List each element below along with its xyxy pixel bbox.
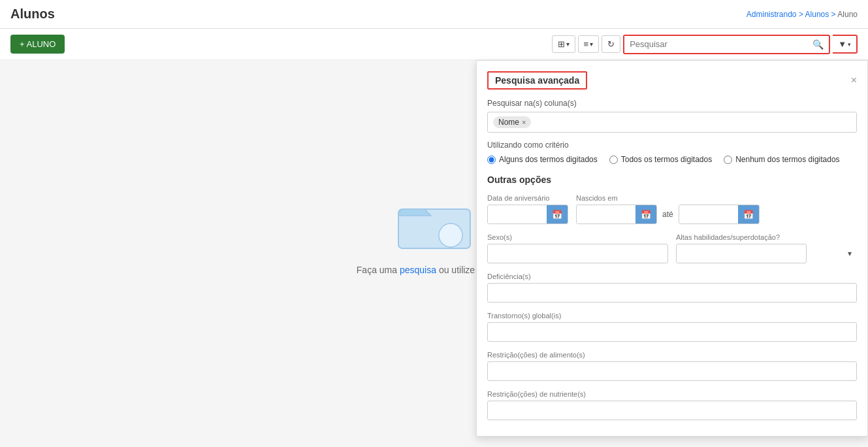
born-to-input[interactable] [679, 205, 738, 224]
breadcrumb-aluno: Aluno [837, 10, 858, 19]
born-to-calendar-button[interactable]: 📅 [738, 205, 759, 224]
breadcrumb: Administrando > Alunos > Aluno [747, 10, 858, 19]
radio-none[interactable]: Nenhum dos termos digitados [724, 155, 839, 164]
breadcrumb-sep1: > [799, 10, 805, 19]
born-from-calendar-button[interactable]: 📅 [635, 205, 656, 224]
columns-label: Pesquisar na(s) coluna(s) [487, 99, 857, 108]
list-icon: ≡ [584, 39, 589, 49]
filter-button[interactable]: ▼ ▾ [833, 35, 858, 54]
birthday-calendar-button[interactable]: 📅 [547, 205, 568, 224]
page-title: Alunos [10, 7, 55, 22]
nome-tag: Nome × [493, 116, 531, 128]
food-restriction-group: Restrição(ções) de alimento(s) [487, 351, 857, 381]
disability-input[interactable] [487, 283, 857, 303]
gender-input[interactable] [487, 244, 668, 263]
gifted-group: Altas habilidades/superdotação? Sim Não [676, 233, 857, 263]
advanced-search-title: Pesquisa avançada [487, 71, 587, 90]
food-restriction-label: Restrição(ções) de alimento(s) [487, 351, 857, 359]
add-student-button[interactable]: + ALUNO [10, 35, 65, 54]
breadcrumb-admin[interactable]: Administrando [747, 10, 797, 19]
gender-gifted-row: Sexo(s) Altas habilidades/superdotação? … [487, 233, 857, 263]
nutrient-restriction-group: Restrição(ções) de nutriente(s) [487, 390, 857, 420]
view-toggle-button[interactable]: ⊞ ▾ [552, 35, 575, 53]
ate-label: até [660, 210, 676, 219]
born-from-field[interactable]: 📅 [576, 205, 657, 224]
disorder-label: Transtorno(s) global(is) [487, 312, 857, 320]
refresh-icon: ↻ [607, 39, 615, 49]
radio-none-label: Nenhum dos termos digitados [735, 155, 839, 164]
filter-chevron: ▾ [848, 41, 851, 48]
other-options-title: Outras opções [487, 174, 857, 185]
calendar-icon2: 📅 [641, 210, 651, 220]
radio-none-input[interactable] [724, 156, 732, 164]
nutrient-restriction-label: Restrição(ções) de nutriente(s) [487, 390, 857, 398]
disability-group: Deficiência(s) [487, 273, 857, 303]
born-in-group: Nascidos em 📅 até [576, 194, 760, 224]
radio-some-input[interactable] [487, 156, 496, 164]
date-row: Data de aniversário 📅 Nascidos em [487, 194, 857, 224]
grid-icon: ⊞ [558, 39, 565, 49]
born-in-label: Nascidos em [576, 194, 760, 202]
search-input[interactable] [624, 36, 807, 52]
gifted-select[interactable]: Sim Não [676, 244, 807, 263]
disorder-group: Transtorno(s) global(is) [487, 312, 857, 342]
topbar: Alunos Administrando > Alunos > Aluno [0, 0, 868, 29]
panel-header: Pesquisa avançada × [487, 71, 857, 90]
svg-point-1 [439, 224, 462, 247]
close-panel-button[interactable]: × [851, 74, 857, 86]
calendar-icon: 📅 [552, 210, 562, 220]
disorder-input[interactable] [487, 322, 857, 342]
birthday-input[interactable] [488, 205, 547, 224]
filter-icon: ▼ [838, 39, 846, 49]
chevron-down-icon: ▾ [566, 41, 570, 48]
tag-text: Nome [498, 118, 519, 127]
criteria-label: Utilizando como critério [487, 141, 857, 150]
search-link[interactable]: pesquisa [400, 265, 436, 275]
breadcrumb-sep2: > [831, 10, 838, 19]
nutrient-restriction-input[interactable] [487, 401, 857, 420]
gifted-label: Altas habilidades/superdotação? [676, 233, 857, 241]
criteria-radio-group: Alguns dos termos digitados Todos os ter… [487, 155, 857, 164]
search-button[interactable]: 🔍 [807, 36, 829, 53]
birthday-field[interactable]: 📅 [487, 205, 568, 224]
disability-label: Deficiência(s) [487, 273, 857, 280]
radio-all[interactable]: Todos os termos digitados [609, 155, 712, 164]
birthday-label: Data de aniversário [487, 194, 568, 202]
chevron-down-icon2: ▾ [590, 41, 593, 48]
breadcrumb-alunos[interactable]: Alunos [805, 10, 829, 19]
gender-group: Sexo(s) [487, 233, 668, 263]
search-icon: 🔍 [812, 39, 824, 50]
calendar-icon3: 📅 [743, 210, 754, 220]
radio-some-label: Alguns dos termos digitados [499, 155, 598, 164]
advanced-search-panel: Pesquisa avançada × Pesquisar na(s) colu… [476, 60, 868, 437]
folder-illustration [395, 193, 474, 252]
search-wrapper: 🔍 [623, 35, 830, 54]
radio-all-label: Todos os termos digitados [621, 155, 712, 164]
refresh-button[interactable]: ↻ [602, 35, 620, 53]
columns-input[interactable]: Nome × [487, 112, 857, 133]
tag-close-icon[interactable]: × [522, 118, 526, 126]
panel-body: Pesquisar na(s) coluna(s) Nome × Utiliza… [487, 99, 857, 425]
birthday-group: Data de aniversário 📅 [487, 194, 568, 224]
food-restriction-input[interactable] [487, 361, 857, 381]
gender-label: Sexo(s) [487, 233, 668, 241]
radio-some[interactable]: Alguns dos termos digitados [487, 155, 598, 164]
born-from-input[interactable] [577, 205, 635, 224]
empty-text-before: Faça uma [357, 265, 400, 275]
born-to-field[interactable]: 📅 [679, 205, 760, 224]
gifted-select-wrap[interactable]: Sim Não [676, 244, 857, 263]
radio-all-input[interactable] [609, 156, 618, 164]
list-options-button[interactable]: ≡ ▾ [578, 35, 600, 53]
